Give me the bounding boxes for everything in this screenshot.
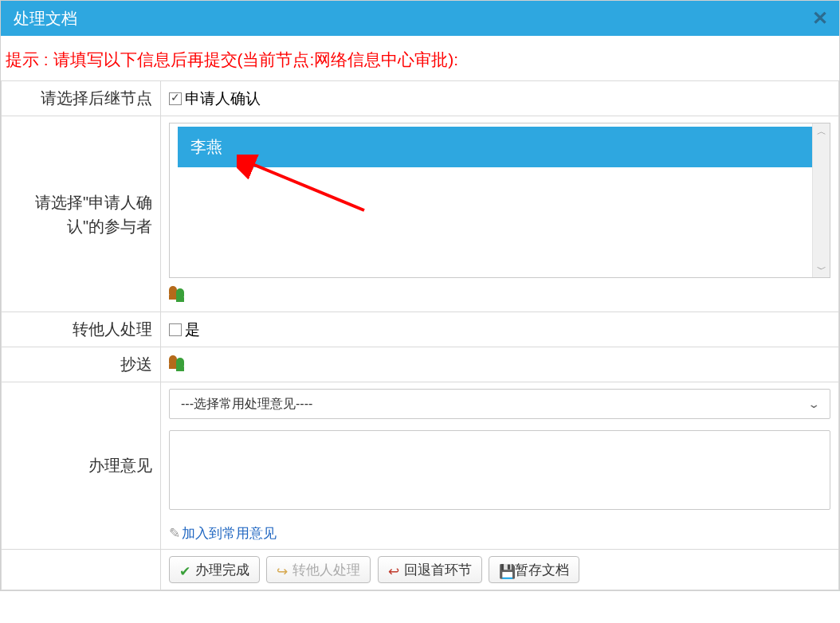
chevron-down-icon: ⌄ (807, 390, 821, 418)
opinion-cell: ---选择常用处理意见---- ⌄ ✎加入到常用意见 (161, 382, 839, 550)
actions-label-empty (2, 550, 161, 590)
participant-item[interactable]: 李燕 (178, 127, 826, 167)
forward-label: 转他人处理 (2, 312, 161, 347)
listbox-scrollbar[interactable]: ︿ ﹀ (812, 123, 830, 277)
actions-cell: ✔ 办理完成 ↪ 转他人处理 ↩ 回退首环节 💾 暂存文档 (161, 550, 839, 590)
forward-cell: 是 (161, 312, 839, 347)
save-draft-button[interactable]: 💾 暂存文档 (489, 556, 579, 583)
next-node-checkbox[interactable] (169, 92, 182, 105)
save-icon: 💾 (499, 563, 512, 576)
cc-label: 抄送 (2, 347, 161, 382)
forward-option-text: 是 (185, 321, 200, 338)
opinion-select-placeholder: ---选择常用处理意见---- (181, 390, 312, 418)
next-node-cell: 申请人确认 (161, 81, 839, 116)
dialog-titlebar: 处理文档 ✕ (1, 1, 839, 36)
opinion-select[interactable]: ---选择常用处理意见---- ⌄ (169, 389, 830, 419)
participants-listbox[interactable]: 李燕 ︿ ﹀ (169, 123, 830, 278)
process-document-dialog: 处理文档 ✕ 提示 : 请填写以下信息后再提交(当前节点:网络信息中心审批): … (0, 0, 840, 591)
forward-button-label: 转他人处理 (292, 561, 360, 579)
forward-icon: ↪ (277, 563, 289, 576)
complete-button[interactable]: ✔ 办理完成 (169, 556, 260, 583)
forward-button[interactable]: ↪ 转他人处理 (266, 556, 371, 583)
forward-checkbox[interactable] (169, 323, 182, 336)
dialog-title: 处理文档 (14, 10, 77, 27)
close-icon[interactable]: ✕ (812, 1, 828, 36)
cc-cell (161, 347, 839, 382)
participants-cell: 李燕 ︿ ﹀ (161, 116, 839, 312)
people-picker-icon[interactable] (169, 286, 186, 302)
opinion-textarea[interactable] (169, 430, 830, 510)
next-node-option-text: 申请人确认 (185, 90, 261, 107)
opinion-label: 办理意见 (2, 382, 161, 550)
scroll-down-icon[interactable]: ﹀ (813, 261, 830, 277)
complete-button-label: 办理完成 (195, 561, 249, 579)
save-draft-button-label: 暂存文档 (515, 561, 569, 579)
check-icon: ✔ (179, 563, 192, 576)
add-common-opinion-link[interactable]: ✎加入到常用意见 (169, 524, 830, 543)
undo-icon: ↩ (388, 563, 401, 576)
add-common-opinion-text: 加入到常用意见 (182, 526, 277, 541)
hint-text: 提示 : 请填写以下信息后再提交(当前节点:网络信息中心审批): (1, 36, 839, 80)
scroll-up-icon[interactable]: ︿ (813, 123, 830, 139)
rollback-button[interactable]: ↩ 回退首环节 (378, 556, 482, 583)
rollback-button-label: 回退首环节 (404, 561, 472, 579)
pencil-icon: ✎ (169, 526, 180, 541)
participants-label: 请选择"申请人确认"的参与者 (2, 116, 161, 312)
next-node-label: 请选择后继节点 (2, 81, 161, 116)
cc-people-picker-icon[interactable] (169, 355, 186, 371)
form-table: 请选择后继节点 申请人确认 请选择"申请人确认"的参与者 李燕 ︿ ﹀ (1, 80, 839, 590)
